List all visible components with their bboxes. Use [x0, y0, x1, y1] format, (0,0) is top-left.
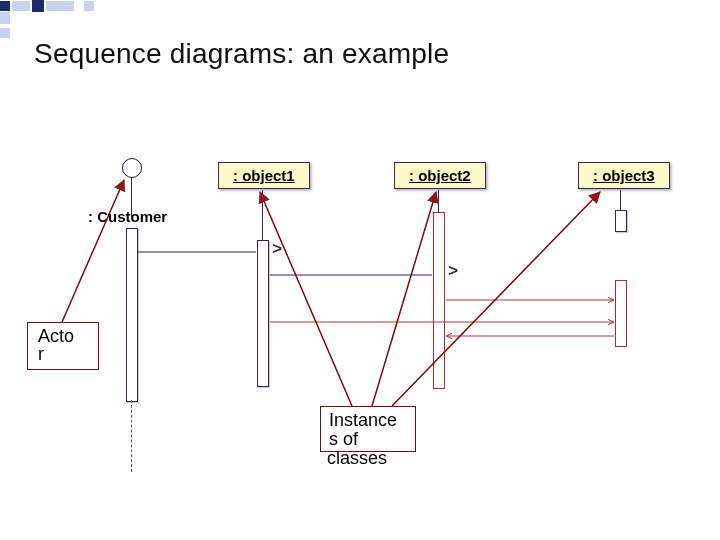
- object2-activation: [433, 212, 445, 389]
- object3-header: : object3: [578, 162, 670, 189]
- callout-actor-line1: Acto: [38, 326, 74, 346]
- object1-lifeline: [262, 190, 263, 240]
- slide-title: Sequence diagrams: an example: [34, 38, 449, 70]
- object1-header: : object1: [218, 162, 310, 189]
- actor-activation: [126, 228, 138, 402]
- callout-actor-line2: r: [38, 344, 44, 364]
- slide-decoration-side: [0, 12, 10, 38]
- callout-instances-line2: s of: [329, 429, 358, 449]
- svg-line-5: [62, 180, 124, 322]
- object1-activation: [257, 240, 269, 387]
- actor-label: : Customer: [88, 208, 167, 225]
- callout-instances-line3: classes: [327, 448, 387, 469]
- object2-header: : object2: [394, 162, 486, 189]
- svg-line-8: [392, 192, 600, 406]
- slide-decoration-top: [0, 0, 94, 12]
- actor-icon: [122, 158, 142, 178]
- svg-line-6: [260, 192, 352, 406]
- diagram-stage: : Customer : object1 : object2 : object3…: [0, 100, 720, 530]
- object2-lifeline: [438, 190, 439, 212]
- object3-activation-top: [615, 210, 627, 232]
- actor-lifeline-dashed: [131, 400, 132, 472]
- message-chevron-2: >: [448, 262, 458, 281]
- actor-lifeline-upper: [131, 178, 132, 218]
- message-chevron-1: >: [272, 240, 282, 259]
- object3-lifeline: [620, 190, 621, 210]
- callout-actor: Acto r: [27, 322, 99, 370]
- callout-instances: Instance s of: [320, 406, 416, 452]
- object3-activation-red: [615, 280, 627, 347]
- svg-line-7: [372, 192, 436, 406]
- callout-instances-line1: Instance: [329, 410, 397, 430]
